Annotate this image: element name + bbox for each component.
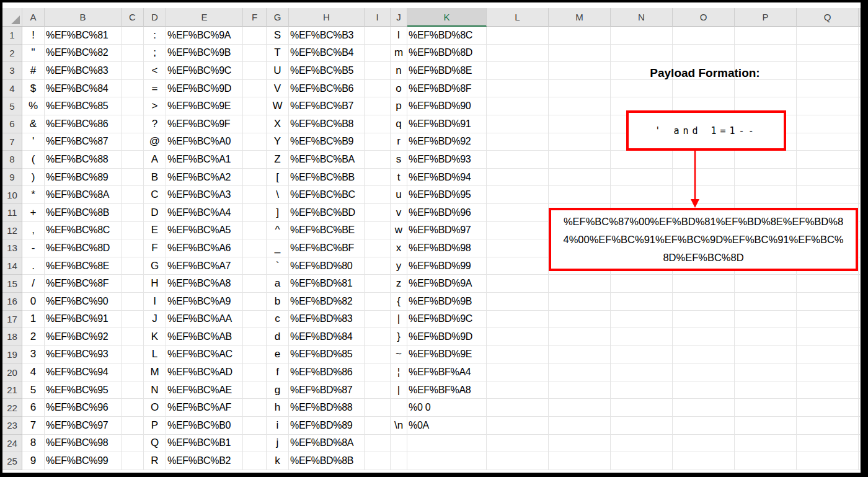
cell-d15[interactable]: H	[144, 275, 166, 293]
cell-m10[interactable]	[549, 186, 611, 204]
cell-p5[interactable]	[735, 97, 797, 115]
cell-m3[interactable]	[549, 62, 611, 80]
cell-o6[interactable]	[673, 115, 735, 133]
cell-d5[interactable]: >	[144, 97, 166, 115]
cell-j22[interactable]	[391, 399, 407, 417]
cell-i21[interactable]	[365, 381, 391, 399]
cell-a10[interactable]: *	[22, 186, 45, 204]
cell-f19[interactable]	[243, 346, 267, 364]
cell-p17[interactable]	[735, 311, 797, 329]
cell-p7[interactable]	[735, 133, 797, 151]
cell-m19[interactable]	[549, 346, 611, 364]
cell-b10[interactable]: %EF%BC%8A	[45, 186, 122, 204]
row-header-1[interactable]: 1	[2, 27, 22, 45]
cell-d14[interactable]: G	[144, 257, 166, 275]
cell-o20[interactable]	[673, 363, 735, 381]
cell-k22[interactable]: %0 0	[407, 399, 487, 417]
cell-g22[interactable]: h	[267, 399, 289, 417]
cell-n9[interactable]	[611, 169, 673, 187]
cell-p22[interactable]	[735, 399, 797, 417]
cell-q18[interactable]	[797, 328, 859, 346]
cell-e15[interactable]: %EF%BC%A8	[166, 275, 243, 293]
column-header-d[interactable]: D	[144, 8, 166, 27]
cell-h12[interactable]: %EF%BC%BE	[289, 222, 365, 240]
cell-b6[interactable]: %EF%BC%86	[45, 115, 122, 133]
cell-a21[interactable]: 5	[22, 381, 45, 399]
cell-h2[interactable]: %EF%BC%B4	[289, 45, 365, 63]
cell-d3[interactable]: <	[144, 62, 166, 80]
cell-j24[interactable]	[391, 435, 407, 453]
column-header-i[interactable]: I	[365, 8, 391, 27]
cell-m2[interactable]	[549, 45, 611, 63]
cell-q2[interactable]	[797, 45, 859, 63]
cell-q8[interactable]	[797, 151, 859, 169]
cell-p23[interactable]	[735, 417, 797, 435]
cell-p14[interactable]	[735, 257, 797, 275]
cell-o18[interactable]	[673, 328, 735, 346]
row-header-16[interactable]: 16	[2, 293, 22, 311]
cell-l22[interactable]	[487, 399, 549, 417]
cell-a15[interactable]: /	[22, 275, 45, 293]
cell-b22[interactable]: %EF%BC%96	[45, 399, 122, 417]
cell-g4[interactable]: V	[267, 80, 289, 98]
cell-q3[interactable]	[797, 62, 859, 80]
cell-l2[interactable]	[487, 45, 549, 63]
cell-j20[interactable]: ¦	[391, 363, 407, 381]
cell-q24[interactable]	[797, 435, 859, 453]
cell-o22[interactable]	[673, 399, 735, 417]
cell-f3[interactable]	[243, 62, 267, 80]
cell-m23[interactable]	[549, 417, 611, 435]
cell-o24[interactable]	[673, 435, 735, 453]
cell-o5[interactable]	[673, 97, 735, 115]
cell-c10[interactable]	[122, 186, 144, 204]
cell-j6[interactable]: q	[391, 115, 407, 133]
cell-h5[interactable]: %EF%BC%B7	[289, 97, 365, 115]
cell-a7[interactable]: '	[22, 133, 45, 151]
cell-n11[interactable]	[611, 204, 673, 222]
cell-l20[interactable]	[487, 363, 549, 381]
cell-c18[interactable]	[122, 328, 144, 346]
cell-g16[interactable]: b	[267, 293, 289, 311]
cell-m24[interactable]	[549, 435, 611, 453]
row-header-21[interactable]: 21	[2, 381, 22, 399]
cell-c9[interactable]	[122, 169, 144, 187]
cell-g18[interactable]: d	[267, 328, 289, 346]
cell-i23[interactable]	[365, 417, 391, 435]
cell-e5[interactable]: %EF%BC%9E	[166, 97, 243, 115]
cell-h20[interactable]: %EF%BD%86	[289, 363, 365, 381]
cell-q5[interactable]	[797, 97, 859, 115]
cell-e12[interactable]: %EF%BC%A5	[166, 222, 243, 240]
cell-g10[interactable]: \	[267, 186, 289, 204]
cell-p18[interactable]	[735, 328, 797, 346]
cell-a5[interactable]: %	[22, 97, 45, 115]
cell-h4[interactable]: %EF%BC%B6	[289, 80, 365, 98]
cell-o3[interactable]	[673, 62, 735, 80]
cell-k2[interactable]: %EF%BD%8D	[407, 45, 487, 63]
cell-n17[interactable]	[611, 311, 673, 329]
cell-h21[interactable]: %EF%BD%87	[289, 381, 365, 399]
column-header-l[interactable]: L	[487, 8, 549, 27]
cell-f25[interactable]	[243, 452, 267, 470]
cell-n16[interactable]	[611, 293, 673, 311]
cell-f18[interactable]	[243, 328, 267, 346]
column-header-e[interactable]: E	[166, 8, 243, 27]
cell-k15[interactable]: %EF%BD%9A	[407, 275, 487, 293]
cell-k17[interactable]: %EF%BD%9C	[407, 311, 487, 329]
cell-h18[interactable]: %EF%BD%84	[289, 328, 365, 346]
cell-k3[interactable]: %EF%BD%8E	[407, 62, 487, 80]
cell-k9[interactable]: %EF%BD%94	[407, 169, 487, 187]
cell-i20[interactable]	[365, 363, 391, 381]
cell-f24[interactable]	[243, 435, 267, 453]
cell-f2[interactable]	[243, 45, 267, 63]
cell-b2[interactable]: %EF%BC%82	[45, 45, 122, 63]
cell-j23[interactable]: \n	[391, 417, 407, 435]
cell-h9[interactable]: %EF%BC%BB	[289, 169, 365, 187]
row-header-5[interactable]: 5	[2, 97, 22, 115]
cell-q9[interactable]	[797, 169, 859, 187]
cell-o13[interactable]	[673, 239, 735, 257]
row-header-9[interactable]: 9	[2, 169, 22, 187]
cell-i14[interactable]	[365, 257, 391, 275]
cell-e14[interactable]: %EF%BC%A7	[166, 257, 243, 275]
cell-g12[interactable]: ^	[267, 222, 289, 240]
cell-c15[interactable]	[122, 275, 144, 293]
